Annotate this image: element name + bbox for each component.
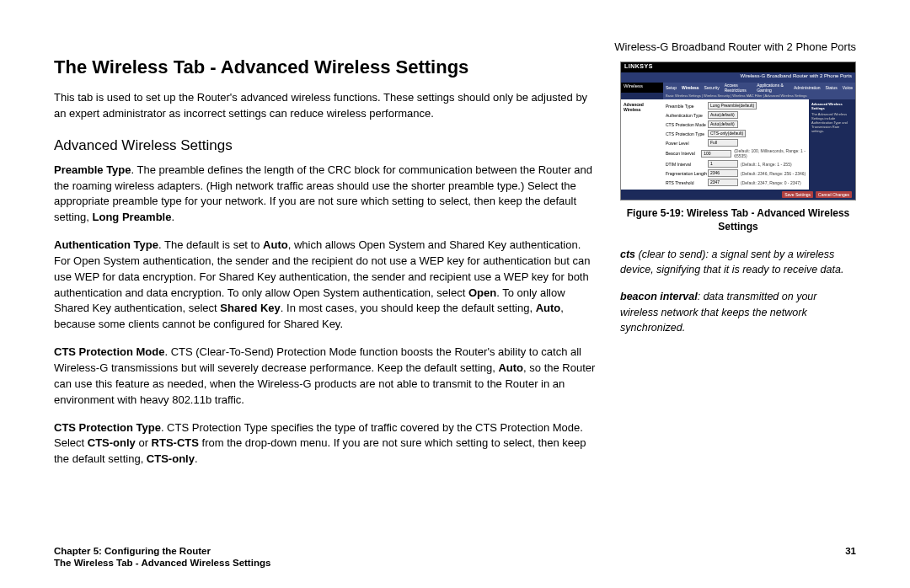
sidenote-cts: cts (clear to send): a signal sent by a …	[620, 247, 856, 277]
tab-security: Security	[702, 85, 722, 90]
preamble-tail-bold: Long Preamble	[93, 211, 172, 223]
preamble-lead: Preamble Type	[54, 163, 131, 176]
footer-page-number: 31	[845, 546, 856, 556]
main-column: The Wireless Tab - Advanced Wireless Set…	[54, 56, 600, 479]
figure-right-help: Advanced Wireless Settings The Advanced …	[809, 99, 855, 190]
tab-access: Access Restrictions	[722, 83, 755, 93]
left-tab-label: Wireless	[621, 83, 663, 93]
preamble-tail: .	[171, 211, 174, 223]
auth-p1: . The default is set to	[158, 238, 263, 251]
figure-row-hint: (Default: 2346, Range: 256 - 2346)	[741, 171, 806, 176]
page-title: The Wireless Tab - Advanced Wireless Set…	[54, 56, 600, 78]
figure-row-label: Beacon Interval	[666, 151, 701, 156]
auth-b4: Auto	[536, 302, 561, 314]
figure: LINKSYS Wireless-G Broadband Router with…	[620, 61, 856, 233]
figure-row-value: 100	[701, 150, 731, 158]
figure-right-title: Advanced Wireless Settings	[811, 102, 853, 110]
figure-row-hint: (Default: 100, Milliseconds, Range: 1 - …	[734, 148, 806, 158]
auth-b3: Shared Key	[220, 302, 281, 314]
figure-form-row: Power LevelFull	[666, 139, 806, 147]
auth-b2: Open	[468, 286, 496, 299]
cts-type-b1: CTS-only	[88, 436, 136, 449]
side-column: LINKSYS Wireless-G Broadband Router with…	[620, 56, 856, 479]
cts-type-b2: RTS-CTS	[152, 436, 199, 449]
cancel-button: Cancel Changes	[816, 191, 852, 198]
figure-row-label: DTIM Interval	[666, 162, 708, 167]
figure-row-hint: (Default: 1, Range: 1 - 255)	[741, 162, 792, 167]
brand-bar: LINKSYS	[621, 62, 855, 72]
auth-p4: . In most cases, you should keep the def…	[281, 302, 536, 314]
figure-form-row: Preamble TypeLong Preamble(default)	[666, 102, 806, 110]
product-bar: Wireless-G Broadband Router with 2 Phone…	[621, 72, 855, 83]
cts-def: (clear to send): a signal sent by a wire…	[620, 249, 843, 275]
tab-admin: Administration	[791, 85, 823, 90]
tab-wireless: Wireless	[679, 85, 702, 90]
auth-paragraph: Authentication Type. The default is set …	[54, 238, 600, 333]
beacon-term: beacon interval	[620, 291, 698, 302]
auth-b1: Auto	[263, 238, 288, 251]
figure-form-row: CTS Protection TypeCTS-only(default)	[666, 130, 806, 137]
figure-row-label: RTS Threshold	[666, 180, 708, 185]
cts-type-p2: or	[136, 436, 152, 449]
cts-term: cts	[620, 249, 635, 260]
preamble-paragraph: Preamble Type. The preamble defines the …	[54, 163, 600, 226]
tab-voice: Voice	[840, 85, 855, 90]
cts-mode-paragraph: CTS Protection Mode. CTS (Clear-To-Send)…	[54, 345, 600, 408]
figure-row-hint: (Default: 2347, Range: 0 - 2347)	[741, 180, 801, 185]
footer-section: The Wireless Tab - Advanced Wireless Set…	[54, 558, 856, 568]
figure-caption: Figure 5-19: Wireless Tab - Advanced Wir…	[620, 207, 856, 233]
figure-row-value: Long Preamble(default)	[708, 102, 757, 110]
figure-row-label: CTS Protection Mode	[666, 122, 708, 127]
figure-row-value: Full	[708, 139, 738, 147]
tab-status: Status	[823, 85, 840, 90]
figure-form-row: Fragmentation Length2346(Default: 2346, …	[666, 169, 806, 177]
figure-right-text: The Advanced Wireless Settings include A…	[811, 112, 853, 133]
page-footer: Chapter 5: Configuring the Router 31 The…	[54, 546, 856, 568]
cts-type-p4: .	[195, 452, 198, 465]
tab-row: Setup Wireless Security Access Restricti…	[663, 83, 855, 93]
figure-form-row: RTS Threshold2347(Default: 2347, Range: …	[666, 179, 806, 186]
cts-type-paragraph: CTS Protection Type. CTS Protection Type…	[54, 420, 600, 468]
product-header: Wireless-G Broadband Router with 2 Phone…	[54, 40, 856, 53]
figure-row-label: Fragmentation Length	[666, 171, 708, 176]
figure-form-row: CTS Protection ModeAuto(default)	[666, 120, 806, 128]
cts-type-lead: CTS Protection Type	[54, 421, 161, 434]
intro-paragraph: This tab is used to set up the Router's …	[54, 90, 600, 122]
sidenote-beacon: beacon interval: data transmitted on you…	[620, 289, 856, 334]
figure-row-value: Auto(default)	[708, 111, 738, 119]
figure-row-label: Power Level	[666, 141, 708, 146]
sub-tabs: Basic Wireless Settings | Wireless Secur…	[663, 93, 855, 99]
figure-form-row: DTIM Interval1(Default: 1, Range: 1 - 25…	[666, 160, 806, 168]
figure-row-value: CTS-only(default)	[708, 130, 746, 137]
figure-row-value: 2346	[708, 169, 738, 177]
router-ui-screenshot: LINKSYS Wireless-G Broadband Router with…	[620, 61, 856, 200]
section-heading: Advanced Wireless Settings	[54, 137, 600, 154]
side-label: Advanced Wireless	[621, 99, 663, 190]
figure-row-label: Authentication Type	[666, 113, 708, 118]
tab-setup: Setup	[663, 85, 679, 90]
figure-form-row: Authentication TypeAuto(default)	[666, 111, 806, 119]
save-button: Save Settings	[782, 191, 813, 198]
figure-form: Preamble TypeLong Preamble(default)Authe…	[663, 99, 809, 190]
figure-form-row: Beacon Interval100(Default: 100, Millise…	[666, 148, 806, 158]
tab-apps: Applications & Gaming	[754, 83, 791, 93]
cts-mode-b1: Auto	[498, 361, 523, 374]
figure-row-value: 2347	[708, 179, 738, 186]
figure-row-label: CTS Protection Type	[666, 131, 708, 136]
cts-type-b3: CTS-only	[147, 452, 195, 465]
figure-row-value: Auto(default)	[708, 120, 738, 128]
auth-lead: Authentication Type	[54, 238, 158, 251]
cts-mode-lead: CTS Protection Mode	[54, 345, 164, 358]
figure-row-label: Preamble Type	[666, 104, 708, 109]
figure-row-value: 1	[708, 160, 738, 168]
footer-chapter: Chapter 5: Configuring the Router	[54, 546, 211, 556]
